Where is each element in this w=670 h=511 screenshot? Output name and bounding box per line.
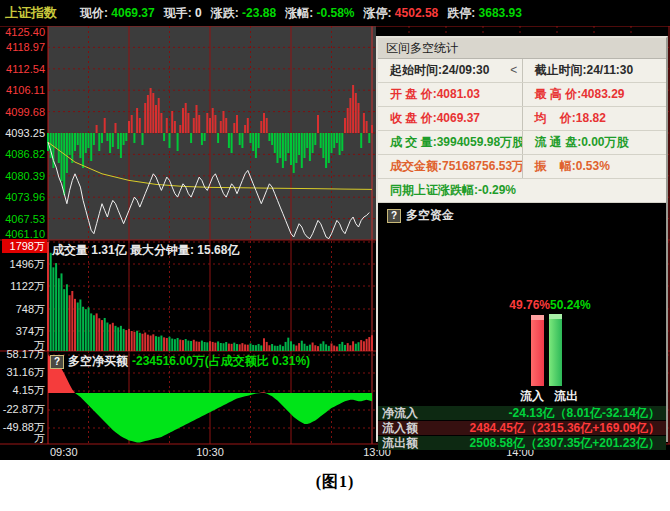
netbuy-pane-title: ? 多空净买额 -234516.00万(占成交额比 0.31%) — [50, 353, 310, 370]
inflow-amount-value: 2484.45亿（2315.36亿+169.09亿） — [444, 421, 666, 435]
netbuy-title-label: 多空净买额 — [68, 353, 128, 370]
axis-label: 4125.40 — [5, 26, 45, 38]
net-inflow-label: 净流入 — [378, 406, 444, 420]
axis-label: 4086.82 — [5, 148, 45, 160]
fund-flow-header: ? 多空资金 — [382, 207, 454, 224]
inflow-label: 流入 — [520, 388, 544, 405]
axis-label: 4118.97 — [6, 41, 45, 53]
axis-label: 31.16万 — [6, 366, 45, 378]
axis-label: 4099.68 — [5, 106, 45, 118]
stats-cell: 起始时间:24/09:30<> — [378, 59, 522, 82]
axis-label: 4106.11 — [6, 84, 45, 96]
axis-label: 4080.39 — [5, 170, 45, 182]
stats-row: 成交金额:75168756.53万元振 幅:0.53% — [378, 155, 666, 179]
quote-field-label: 涨跌: — [211, 5, 242, 22]
axis-label: 748万 — [16, 303, 45, 315]
axis-label: 09:30 — [50, 446, 78, 458]
stats-cell: 成交金额:75168756.53万元 — [378, 155, 522, 178]
quote-field-label: 涨停: — [364, 5, 395, 22]
start-time-prev-button[interactable]: < — [507, 59, 520, 82]
fund-flow-section: ? 多空资金 49.76% 50.24% 流入 流出 净流入 -24.13亿（8… — [378, 203, 666, 450]
interval-stats-window: 区间多空统计 起始时间:24/09:30<>截止时间:24/11:30开 盘 价… — [376, 36, 668, 442]
stats-cell: 最 高 价:4083.29 — [522, 83, 667, 106]
help-icon[interactable]: ? — [387, 209, 401, 223]
trading-app-screen: 4125.404118.974112.544106.114099.684093.… — [0, 0, 670, 460]
quote-field-label: 涨幅: — [285, 5, 316, 22]
window-title[interactable]: 区间多空统计 — [378, 38, 666, 59]
axis-label: 4067.53 — [5, 213, 45, 225]
outflow-amount-value: 2508.58亿（2307.35亿+201.23亿） — [444, 436, 666, 450]
axis-label: 10:30 — [196, 446, 224, 458]
axis-label: 万 — [34, 432, 45, 444]
outflow-bar — [549, 314, 562, 386]
axis-label: 4112.54 — [6, 63, 45, 75]
quote-field-value: -23.88 — [242, 6, 276, 20]
index-name: 上证指数 — [5, 4, 57, 22]
quote-field-value: 3683.93 — [479, 6, 522, 20]
stats-row: 开 盘 价:4081.03最 高 价:4083.29 — [378, 83, 666, 107]
axis-label: 1496万 — [10, 258, 45, 270]
help-icon[interactable]: ? — [50, 355, 64, 369]
figure-caption: (图1) — [0, 472, 670, 493]
interval-stats-table: 起始时间:24/09:30<>截止时间:24/11:30开 盘 价:4081.0… — [378, 59, 666, 203]
axis-label: -22.87万 — [3, 403, 45, 415]
stats-cell: 均 价:18.82 — [522, 107, 667, 130]
outflow-bar-cap — [549, 314, 562, 319]
fund-flow-title: 多空资金 — [406, 207, 454, 224]
stats-cell: 同期上证涨跌幅:-0.29% — [378, 179, 666, 202]
axis-label: 4.15万 — [13, 384, 45, 396]
stats-row: 成 交 量:3994059.98万股流 通 盘:0.00万股 — [378, 131, 666, 155]
stats-cell: 流 通 盘:0.00万股 — [522, 131, 667, 154]
quote-field-label: 跌停: — [447, 5, 478, 22]
quote-field-label: 现价: — [80, 5, 111, 22]
netbuy-title-value: -234516.00万(占成交额比 0.31%) — [132, 353, 310, 370]
net-inflow-row: 净流入 -24.13亿（8.01亿-32.14亿） — [378, 406, 666, 420]
stats-cell: 开 盘 价:4081.03 — [378, 83, 522, 106]
fund-flow-rows: 净流入 -24.13亿（8.01亿-32.14亿） 流入额 2484.45亿（2… — [378, 405, 666, 450]
inflow-bar — [531, 315, 544, 386]
axis-label: 374万 — [16, 325, 45, 337]
stats-row: 同期上证涨跌幅:-0.29% — [378, 179, 666, 203]
stats-cell: 收 盘 价:4069.37 — [378, 107, 522, 130]
quote-field-value: 4069.37 — [111, 6, 154, 20]
axis-label: 4073.96 — [5, 191, 45, 203]
inflow-percent: 49.76% — [488, 298, 550, 312]
stats-cell: 振 幅:0.53% — [522, 155, 667, 178]
volume-pane-title: 成交量 1.31亿 最大分钟量: 15.68亿 — [52, 242, 239, 259]
inflow-amount-label: 流入额 — [378, 421, 444, 435]
axis-label: 1122万 — [10, 280, 45, 292]
quote-field-value: 0 — [195, 6, 202, 20]
stats-row: 收 盘 价:4069.37均 价:18.82 — [378, 107, 666, 131]
inflow-bar-cap — [531, 315, 544, 320]
axis-label: 1798万 — [10, 240, 45, 252]
stats-row: 起始时间:24/09:30<>截止时间:24/11:30 — [378, 59, 666, 83]
axis-label: 4093.25 — [5, 127, 45, 139]
quote-field-value: -0.58% — [316, 6, 354, 20]
outflow-amount-row: 流出额 2508.58亿（2307.35亿+201.23亿） — [378, 436, 666, 450]
outflow-label: 流出 — [554, 388, 578, 405]
axis-label: 58.17万 — [6, 348, 45, 360]
net-inflow-value: -24.13亿（8.01亿-32.14亿） — [444, 406, 666, 420]
quote-field-value: 4502.58 — [395, 6, 438, 20]
inflow-amount-row: 流入额 2484.45亿（2315.36亿+169.09亿） — [378, 421, 666, 435]
stats-cell: 截止时间:24/11:30 — [522, 59, 667, 82]
quote-field-label: 现手: — [164, 5, 195, 22]
quote-bar: 上证指数 现价: 4069.37现手: 0涨跌: -23.88涨幅: -0.58… — [0, 0, 670, 26]
time-spinner: <> — [507, 59, 521, 82]
stats-cell: 成 交 量:3994059.98万股 — [378, 131, 522, 154]
axis-label: 4061.10 — [5, 228, 45, 240]
outflow-percent: 50.24% — [550, 298, 612, 312]
outflow-amount-label: 流出额 — [378, 436, 444, 450]
